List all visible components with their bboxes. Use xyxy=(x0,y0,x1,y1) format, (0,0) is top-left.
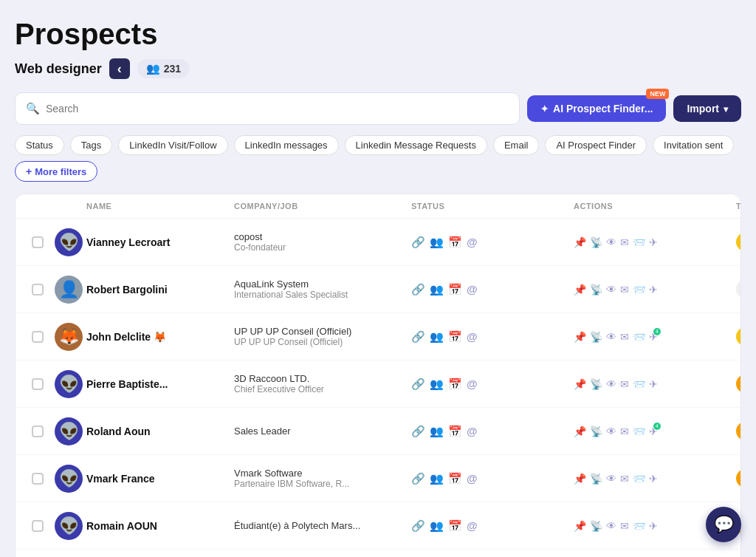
prospect-name[interactable]: Romain AOUN xyxy=(86,520,157,532)
filter-tags[interactable]: Tags xyxy=(70,135,112,155)
prospect-name[interactable]: John Delclite xyxy=(86,331,151,343)
more-filters-button[interactable]: More filters xyxy=(15,161,97,182)
row-checkbox[interactable] xyxy=(32,236,44,248)
row-checkbox[interactable] xyxy=(32,378,44,390)
envelope-action-icon[interactable]: 📨 xyxy=(633,284,645,295)
link-status-icon[interactable]: 🔗 xyxy=(411,330,425,344)
row-checkbox[interactable] xyxy=(32,473,44,485)
eye-action-icon[interactable]: 👁 xyxy=(606,520,616,532)
calendar-status-icon[interactable]: 📅 xyxy=(448,283,462,296)
at-status-icon[interactable]: @ xyxy=(467,283,478,295)
tag-badge[interactable]: No tag xyxy=(736,280,741,298)
rss-action-icon[interactable]: 📡 xyxy=(590,520,602,532)
pin-action-icon[interactable]: 📌 xyxy=(574,520,586,532)
tag-badge[interactable]: Non prio xyxy=(736,422,741,440)
mail-action-icon[interactable]: ✉ xyxy=(620,236,629,248)
pin-action-icon[interactable]: 📌 xyxy=(574,331,586,343)
people-status-icon[interactable]: 👥 xyxy=(430,330,444,344)
row-checkbox[interactable] xyxy=(32,284,44,295)
calendar-status-icon[interactable]: 📅 xyxy=(448,472,462,485)
filter-linkedin-requests[interactable]: Linkedin Message Requests xyxy=(345,135,487,155)
rss-action-icon[interactable]: 📡 xyxy=(590,331,602,343)
ai-prospect-button[interactable]: AI Prospect Finder... NEW xyxy=(527,95,666,122)
eye-action-icon[interactable]: 👁 xyxy=(606,426,616,437)
filter-email[interactable]: Email xyxy=(493,135,540,155)
at-status-icon[interactable]: @ xyxy=(467,377,478,390)
pin-action-icon[interactable]: 📌 xyxy=(574,473,586,485)
send-action-icon[interactable]: ✈4 xyxy=(649,426,658,437)
mail-action-icon[interactable]: ✉ xyxy=(620,331,629,343)
pin-action-icon[interactable]: 📌 xyxy=(574,426,586,437)
row-checkbox[interactable] xyxy=(32,520,44,532)
chat-fab-button[interactable]: 💬 xyxy=(706,507,741,542)
filter-status[interactable]: Status xyxy=(15,135,64,155)
pin-action-icon[interactable]: 📌 xyxy=(574,378,586,390)
filter-invitation[interactable]: Invitation sent xyxy=(653,135,734,155)
link-status-icon[interactable]: 🔗 xyxy=(411,283,425,296)
send-action-icon[interactable]: ✈ xyxy=(649,378,658,390)
rss-action-icon[interactable]: 📡 xyxy=(590,473,602,485)
people-status-icon[interactable]: 👥 xyxy=(430,377,444,391)
calendar-status-icon[interactable]: 📅 xyxy=(448,519,462,533)
rss-action-icon[interactable]: 📡 xyxy=(590,236,602,248)
eye-action-icon[interactable]: 👁 xyxy=(606,236,616,248)
rss-action-icon[interactable]: 📡 xyxy=(590,378,602,390)
people-status-icon[interactable]: 👥 xyxy=(430,519,444,533)
filter-linkedin-visit[interactable]: LinkedIn Visit/Follow xyxy=(118,135,227,155)
send-action-icon[interactable]: ✈ xyxy=(649,236,658,248)
mail-action-icon[interactable]: ✉ xyxy=(620,426,629,437)
send-action-icon[interactable]: ✈4 xyxy=(649,331,658,343)
people-status-icon[interactable]: 👥 xyxy=(430,425,444,438)
send-action-icon[interactable]: ✈ xyxy=(649,520,658,532)
search-input[interactable] xyxy=(46,103,509,115)
pin-action-icon[interactable]: 📌 xyxy=(574,236,586,248)
envelope-action-icon[interactable]: 📨 xyxy=(633,236,645,248)
eye-action-icon[interactable]: 👁 xyxy=(606,378,616,390)
mail-action-icon[interactable]: ✉ xyxy=(620,284,629,295)
prospect-name[interactable]: Roland Aoun xyxy=(86,426,151,437)
calendar-status-icon[interactable]: 📅 xyxy=(448,236,462,249)
filter-ai-prospect[interactable]: AI Prospect Finder xyxy=(545,135,647,155)
row-checkbox[interactable] xyxy=(32,426,44,437)
eye-action-icon[interactable]: 👁 xyxy=(606,473,616,485)
at-status-icon[interactable]: @ xyxy=(467,330,478,343)
mail-action-icon[interactable]: ✉ xyxy=(620,520,629,532)
envelope-action-icon[interactable]: 📨 xyxy=(633,426,645,437)
rss-action-icon[interactable]: 📡 xyxy=(590,284,602,295)
link-status-icon[interactable]: 🔗 xyxy=(411,377,425,391)
eye-action-icon[interactable]: 👁 xyxy=(606,331,616,343)
tag-badge[interactable]: Priorité xyxy=(736,327,741,346)
row-checkbox[interactable] xyxy=(32,331,44,343)
envelope-action-icon[interactable]: 📨 xyxy=(633,520,645,532)
at-status-icon[interactable]: @ xyxy=(467,472,478,485)
pin-action-icon[interactable]: 📌 xyxy=(574,284,586,295)
people-status-icon[interactable]: 👥 xyxy=(430,236,444,249)
back-button[interactable] xyxy=(109,58,130,79)
prospect-name[interactable]: Vmark France xyxy=(86,473,155,485)
link-status-icon[interactable]: 🔗 xyxy=(411,519,425,533)
tag-badge[interactable]: Priorité xyxy=(736,233,741,251)
filter-linkedin-messages[interactable]: LinkedIn messages xyxy=(234,135,339,155)
send-action-icon[interactable]: ✈ xyxy=(649,473,658,485)
mail-action-icon[interactable]: ✉ xyxy=(620,378,629,390)
at-status-icon[interactable]: @ xyxy=(467,519,478,532)
envelope-action-icon[interactable]: 📨 xyxy=(633,331,645,343)
link-status-icon[interactable]: 🔗 xyxy=(411,236,425,249)
calendar-status-icon[interactable]: 📅 xyxy=(448,377,462,391)
people-status-icon[interactable]: 👥 xyxy=(430,283,444,296)
prospect-name[interactable]: Robert Bargolini xyxy=(86,284,168,295)
link-status-icon[interactable]: 🔗 xyxy=(411,472,425,485)
tag-badge[interactable]: Non prio xyxy=(736,375,741,393)
calendar-status-icon[interactable]: 📅 xyxy=(448,330,462,344)
prospect-name[interactable]: Vianney Lecroart xyxy=(86,236,170,248)
send-action-icon[interactable]: ✈ xyxy=(649,284,658,295)
people-status-icon[interactable]: 👥 xyxy=(430,472,444,485)
envelope-action-icon[interactable]: 📨 xyxy=(633,473,645,485)
import-button[interactable]: Import xyxy=(673,95,741,122)
rss-action-icon[interactable]: 📡 xyxy=(590,426,602,437)
at-status-icon[interactable]: @ xyxy=(467,425,478,437)
envelope-action-icon[interactable]: 📨 xyxy=(633,378,645,390)
eye-action-icon[interactable]: 👁 xyxy=(606,284,616,295)
link-status-icon[interactable]: 🔗 xyxy=(411,425,425,438)
mail-action-icon[interactable]: ✉ xyxy=(620,473,629,485)
